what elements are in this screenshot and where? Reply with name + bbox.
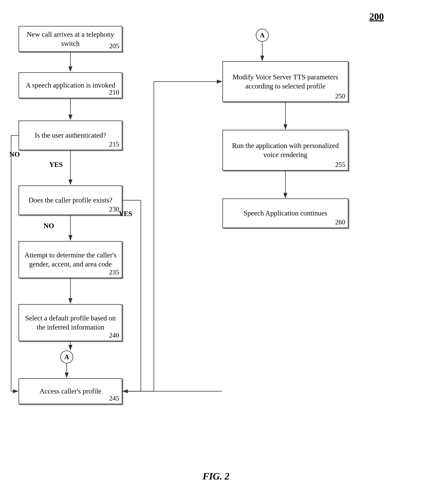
box-245-text: Access caller's profile <box>39 387 101 396</box>
box-240-text: Select a default profile based on the in… <box>24 314 117 332</box>
box-240-num: 240 <box>109 331 119 339</box>
box-215-num: 215 <box>109 140 119 148</box>
label-no-215: NO <box>9 150 20 158</box>
box-235-num: 235 <box>109 268 119 276</box>
box-250-text: Modify Voice Server TTS parameters accor… <box>227 72 344 91</box>
box-205-num: 205 <box>109 42 119 50</box>
box-260-num: 260 <box>335 218 345 226</box>
box-215-text: Is the user authenticated? <box>35 131 106 140</box>
box-250: Modify Voice Server TTS parameters accor… <box>222 61 348 102</box>
label-yes-230: YES <box>119 209 132 218</box>
box-235: Attempt to determine the caller's gender… <box>18 241 122 278</box>
label-yes-215: YES <box>49 160 63 169</box>
box-260-text: Speech Application continues <box>244 209 327 218</box>
box-255: Run the application with personalized vo… <box>222 130 348 171</box>
fig-label: FIG. 2 <box>203 471 229 482</box>
box-205: New call arrives at a telephony switch 2… <box>18 26 122 52</box>
box-230: Does the caller profile exists? 230 <box>18 185 122 215</box>
box-205-text: New call arrives at a telephony switch <box>24 30 117 48</box>
box-215: Is the user authenticated? 215 <box>18 121 122 150</box>
circle-connector-a-bottom: A <box>60 351 73 363</box>
box-210-num: 210 <box>109 89 119 96</box>
box-235-text: Attempt to determine the caller's gender… <box>24 251 117 269</box>
diagram-number: 200 <box>369 11 384 22</box>
circle-connector-a-top: A <box>256 29 269 42</box>
box-230-num: 230 <box>109 205 119 213</box>
box-245-num: 245 <box>109 394 119 402</box>
box-260: Speech Application continues 260 <box>222 198 348 228</box>
box-240: Select a default profile based on the in… <box>18 304 122 341</box>
box-255-num: 255 <box>335 161 345 169</box>
box-250-num: 250 <box>335 92 345 100</box>
label-no-230: NO <box>44 222 54 230</box>
box-255-text: Run the application with personalized vo… <box>227 141 344 160</box>
box-245: Access caller's profile 245 <box>18 378 122 404</box>
box-230-text: Does the caller profile exists? <box>28 196 112 205</box>
box-210: A speech application is invoked 210 <box>18 72 122 98</box>
box-210-text: A speech application is invoked <box>26 81 115 90</box>
flowchart-diagram: 200 New call arrives at a telephony swit… <box>0 0 432 504</box>
